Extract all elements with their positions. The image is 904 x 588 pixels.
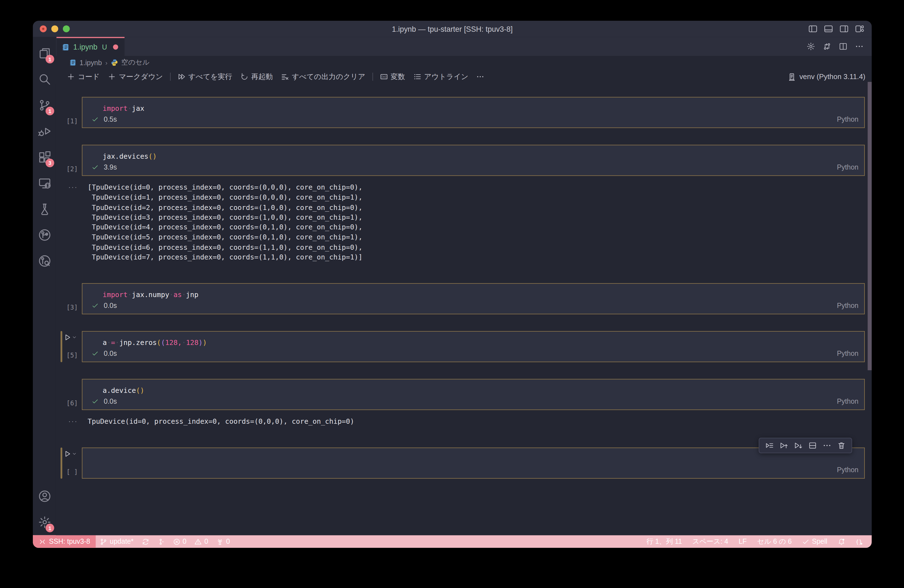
- layout-panel-button[interactable]: [824, 24, 833, 33]
- gear-button[interactable]: [807, 42, 815, 51]
- window-title: 1.ipynb — tpu-starter [SSH: tpuv3-8]: [33, 24, 872, 33]
- notebook-cell: [ ]Python: [56, 448, 872, 479]
- cell-language[interactable]: Python: [837, 163, 858, 171]
- layout-sidebar-left-button[interactable]: [808, 24, 817, 33]
- toolbar-separator: [372, 73, 373, 81]
- status-スペース: 4[interactable]: スペース: 4: [687, 535, 733, 548]
- cell-language[interactable]: Python: [837, 466, 858, 474]
- clear-outputs-icon: [281, 73, 289, 81]
- layout-sidebar-right-button[interactable]: [839, 24, 849, 33]
- remote-indicator[interactable]: SSH: tpuv3-8: [33, 535, 96, 548]
- cell-editor[interactable]: Python: [82, 448, 865, 479]
- run-cell-button[interactable]: [63, 450, 77, 458]
- status-source-control[interactable]: update*: [96, 535, 138, 548]
- toolbar-マークダウン-button[interactable]: マークダウン: [104, 70, 167, 83]
- toolbar-アウトライン-button[interactable]: アウトライン: [409, 70, 472, 83]
- status-label: update*: [110, 537, 134, 546]
- check-icon: [92, 302, 98, 309]
- scrollbar-thumb[interactable]: [868, 82, 871, 370]
- status-sync[interactable]: [138, 535, 153, 548]
- status-LF[interactable]: LF: [733, 535, 752, 548]
- layout-customize-button[interactable]: [855, 24, 864, 33]
- code-token: (): [136, 386, 144, 395]
- more-actions-button[interactable]: [822, 440, 833, 451]
- cell-editor[interactable]: import·jax0.5sPython: [82, 97, 865, 128]
- breadcrumb-file[interactable]: 1.ipynb: [80, 58, 102, 66]
- activity-search[interactable]: [33, 66, 56, 92]
- split-editor-button[interactable]: [839, 42, 847, 51]
- cell-gutter: [ ]: [56, 448, 82, 479]
- activity-remote-explorer[interactable]: [33, 170, 56, 196]
- minimize-window-button[interactable]: [51, 25, 58, 32]
- toolbar-再起動-button[interactable]: 再起動: [236, 70, 277, 83]
- code-line[interactable]: a.device(): [82, 379, 864, 395]
- cell-editor[interactable]: import·jax.numpy·as·jnp0.0sPython: [82, 283, 865, 315]
- cell-duration: 0.0s: [104, 397, 117, 405]
- activity-testing[interactable]: [33, 196, 56, 222]
- code-line[interactable]: import·jax.numpy·as·jnp: [82, 284, 864, 299]
- variables-icon: (x): [379, 73, 388, 81]
- cell-editor[interactable]: a·=·jnp.zeros((128,·128))0.0sPython: [82, 331, 865, 362]
- activity-extensions[interactable]: 3: [33, 144, 56, 170]
- status-行 1、列 11[interactable]: 行 1、列 11: [641, 535, 687, 548]
- activity-git-graph-search[interactable]: [33, 248, 56, 274]
- status-error[interactable]: 0: [169, 535, 190, 548]
- cell-language[interactable]: Python: [837, 349, 858, 357]
- status-braces[interactable]: {}: [850, 535, 868, 548]
- status-セル 6 の 6[interactable]: セル 6 の 6: [752, 535, 797, 548]
- screen: 1.ipynb — tpu-starter [SSH: tpuv3-8] 113…: [0, 0, 904, 588]
- activity-source-control[interactable]: 1: [33, 92, 56, 118]
- output-collapse-indicator[interactable]: ···: [68, 417, 77, 426]
- close-window-button[interactable]: [40, 25, 47, 32]
- cell-language[interactable]: Python: [837, 301, 858, 309]
- output-collapse-indicator[interactable]: ···: [68, 183, 77, 191]
- execution-count: [ ]: [66, 468, 77, 476]
- code-token: ·: [182, 338, 186, 347]
- breadcrumb-cell[interactable]: 空のセル: [121, 58, 149, 67]
- execution-count: [6]: [66, 400, 77, 407]
- activity-settings[interactable]: 1: [33, 509, 56, 535]
- delete-cell-button[interactable]: [836, 440, 847, 451]
- code-token: ·: [107, 338, 111, 347]
- maximize-window-button[interactable]: [63, 25, 70, 32]
- kernel-picker[interactable]: venv (Python 3.11.4): [787, 73, 872, 81]
- more-button[interactable]: [855, 42, 864, 51]
- toolbar-すべてを実行-button[interactable]: すべてを実行: [174, 70, 236, 83]
- status-warning[interactable]: 0: [190, 535, 212, 548]
- activity-explorer[interactable]: 1: [33, 40, 56, 66]
- code-line[interactable]: a·=·jnp.zeros((128,·128)): [82, 332, 864, 347]
- activity-run-debug[interactable]: [33, 119, 56, 144]
- compare-changes-button[interactable]: [823, 42, 831, 51]
- cell-language[interactable]: Python: [837, 397, 858, 405]
- kernel-label: venv (Python 3.11.4): [799, 73, 865, 81]
- add-icon: [67, 73, 75, 81]
- status-broadcast[interactable]: 0: [212, 535, 234, 548]
- activity-accounts[interactable]: [33, 483, 56, 509]
- split-cell-button[interactable]: [807, 440, 818, 451]
- split-editor-icon: [839, 42, 847, 51]
- code-line[interactable]: import·jax: [82, 98, 864, 112]
- layout-sidebar-left-icon: [808, 24, 817, 33]
- cell-duration: 3.9s: [104, 163, 117, 171]
- cell-language[interactable]: Python: [837, 115, 858, 123]
- code-line[interactable]: jax.devices(): [82, 145, 864, 160]
- code-line[interactable]: [82, 448, 864, 463]
- status-Spell[interactable]: Spell: [797, 535, 833, 548]
- notebook-cell: [3]import·jax.numpy·as·jnp0.0sPython: [56, 283, 872, 315]
- toolbar-変数-button[interactable]: (x)変数: [376, 70, 409, 83]
- toolbar-すべての出力のクリア-button[interactable]: すべての出力のクリア: [277, 70, 369, 83]
- run-cell-button[interactable]: [63, 333, 77, 341]
- code-token: ·: [128, 291, 132, 299]
- cell-editor[interactable]: a.device()0.0sPython: [82, 379, 865, 410]
- run-below-button[interactable]: [793, 440, 803, 451]
- status-bell[interactable]: [833, 535, 850, 548]
- run-by-line-button[interactable]: [764, 440, 775, 451]
- toolbar-button-label: マークダウン: [119, 72, 163, 82]
- toolbar-more-button[interactable]: [472, 70, 488, 83]
- cell-editor[interactable]: jax.devices()3.9sPython: [82, 145, 865, 176]
- run-above-button[interactable]: [778, 440, 789, 451]
- activity-git-graph[interactable]: [33, 222, 56, 248]
- tab-1ipynb[interactable]: 1.ipynb U: [57, 37, 125, 56]
- status-commit-graph[interactable]: [153, 535, 169, 548]
- toolbar-コード-button[interactable]: コード: [63, 70, 104, 83]
